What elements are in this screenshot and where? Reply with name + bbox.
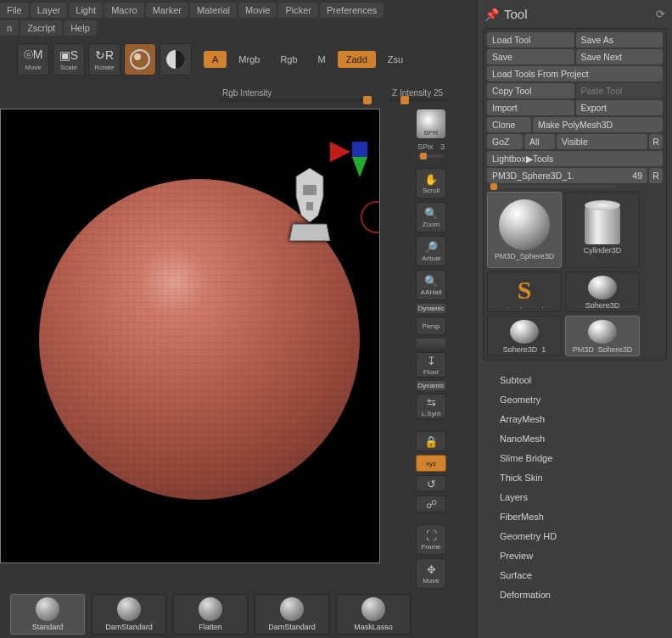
aahalf-button[interactable]: 🔍AAHalf [416,270,446,300]
tool-thumb-grid: PM3D_Sphere3D Cylinder3D SSimpleBrush Sp… [487,192,663,356]
save-button[interactable]: Save [487,49,574,64]
goz-all-button[interactable]: All [524,134,555,149]
move-canvas-button[interactable]: ✥Move [416,558,446,589]
menu-help[interactable]: Help [64,20,97,36]
menu-preferences[interactable]: Preferences [320,3,384,18]
load-tool-button[interactable]: Load Tool [487,32,574,48]
lightbox-tools-button[interactable]: Lightbox▶Tools [487,151,663,166]
menu-material[interactable]: Material [190,3,237,18]
sub-thickskin[interactable]: Thick Skin [500,470,667,485]
sub-preview[interactable]: Preview [500,548,667,563]
savenext-button[interactable]: Save Next [576,49,664,64]
tool-slider-track[interactable] [489,185,616,188]
scroll-button[interactable]: ✋Scroll [416,168,446,199]
tool-count-slider[interactable]: PM3D_Sphere3D_1.49 [487,168,647,183]
actual-button[interactable]: 🔎Actual [416,236,446,266]
svg-point-1 [134,53,141,60]
sub-slimebridge[interactable]: Slime Bridge [500,451,667,466]
svg-marker-8 [306,202,313,210]
mrgb-chip[interactable]: Mrgb [230,51,268,68]
sub-nanomesh[interactable]: NanoMesh [500,431,667,446]
persp-button[interactable]: Persp [416,316,446,335]
paste-tool-button[interactable]: Paste Tool [576,83,664,98]
sub-deformation[interactable]: Deformation [500,587,667,602]
viewport[interactable] [0,109,380,563]
zoom-button[interactable]: 🔍Zoom [416,202,446,232]
menu-zscript[interactable]: Zscript [20,20,62,36]
pin-icon[interactable]: 📌 [484,8,499,21]
z-intensity-slider[interactable] [389,98,448,102]
brush-masklasso[interactable]: MaskLasso [336,594,411,635]
zadd-chip[interactable]: Zadd [338,51,376,68]
menu-picker[interactable]: Picker [278,3,318,18]
svg-marker-5 [352,157,367,177]
sub-layers[interactable]: Layers [500,490,667,505]
bpr-button[interactable]: BPR [416,109,446,139]
sub-surface[interactable]: Surface [500,568,667,583]
scale-button[interactable]: ▣SScale [53,43,85,76]
material-swatch[interactable] [124,43,156,76]
tool-thumb-sphere3d[interactable]: Sphere3D [565,271,640,312]
a-chip[interactable]: A [204,51,227,68]
tool-thumb-pm3d-sphere3d-2[interactable]: PM3D_Sphere3D [565,316,640,356]
rgb-chip[interactable]: Rgb [272,51,305,68]
tool-thumb-pm3d-sphere3d[interactable]: PM3D_Sphere3D [487,192,562,268]
saveas-button[interactable]: Save As [576,32,664,48]
svg-point-0 [131,50,149,69]
clone-button[interactable]: Clone [487,117,531,132]
menu-layer[interactable]: Layer [31,3,68,18]
tool-thumb-simplebrush[interactable]: SSimpleBrush [487,271,562,312]
brush-standard[interactable]: Standard [10,594,85,635]
import-button[interactable]: Import [487,100,574,115]
brush-damstandard[interactable]: DamStandard [92,594,166,635]
floor-button[interactable]: ↧Floor [416,352,446,378]
sub-fibermesh[interactable]: FiberMesh [500,509,667,524]
copy-tool-button[interactable]: Copy Tool [487,83,574,98]
svg-marker-3 [330,142,350,162]
axis-gizmo[interactable] [330,142,369,181]
persp-slider[interactable] [417,339,445,349]
texture-swatch[interactable] [160,43,192,76]
menu-light[interactable]: Light [69,3,103,18]
menu-macro[interactable]: Macro [104,3,144,18]
rotate-pivot-button[interactable]: ↺ [416,475,446,492]
menu-n[interactable]: n [0,20,19,36]
sub-geometry[interactable]: Geometry [500,392,667,407]
dynamic-tag-2[interactable]: Dynamic [417,381,445,390]
tool-thumb-cylinder3d[interactable]: Cylinder3D [565,192,640,268]
goz-visible-button[interactable]: Visible [557,134,647,149]
rgb-intensity-slider[interactable] [219,98,372,102]
refresh-icon[interactable]: ⟳ [656,8,665,20]
xyz-button[interactable]: xyz [416,455,446,472]
dynamic-tag[interactable]: Dynamic [417,304,445,313]
load-project-button[interactable]: Load Tools From Project [487,66,663,81]
export-button[interactable]: Export [576,100,664,115]
sub-arraymesh[interactable]: ArrayMesh [500,411,667,427]
solo-button[interactable]: ☍ [416,495,446,512]
lock-button[interactable]: 🔒 [416,431,446,451]
tool-thumb-sphere3d-1[interactable]: Sphere3D_1 [487,316,562,356]
tool-reset-button[interactable]: R [649,168,663,183]
brush-damstandard-2[interactable]: DamStandard [255,594,329,635]
make-polymesh-button[interactable]: Make PolyMesh3D [533,117,663,132]
right-shelf: BPR SPix 3 ✋Scroll 🔍Zoom 🔎Actual 🔍AAHalf… [414,109,448,589]
move-button[interactable]: ⦾MMove [17,43,49,76]
goz-r-button[interactable]: R [649,134,663,149]
frame-button[interactable]: ⛶Frame [416,524,446,555]
transpose-ring[interactable] [361,201,380,233]
lsym-button[interactable]: ⇆L.Sym [416,394,446,419]
goz-button[interactable]: GoZ [487,134,523,149]
z-intensity-label: Z Intensity 25 [392,88,443,98]
sub-geometryhd[interactable]: Geometry HD [500,529,667,544]
m-chip[interactable]: M [310,51,334,68]
spix-slider-track[interactable] [418,154,444,158]
menu-marker[interactable]: Marker [146,3,188,18]
spix-slider[interactable]: SPix 3 [417,143,445,151]
rotate-button[interactable]: ↻RRotate [88,43,120,76]
menu-file[interactable]: File [0,3,29,18]
sub-subtool[interactable]: Subtool [500,372,667,388]
zsu-chip[interactable]: Zsu [379,51,412,68]
brush-flatten[interactable]: Flatten [173,594,248,635]
menu-movie[interactable]: Movie [238,3,277,18]
camera-head-gizmo[interactable] [284,160,335,245]
